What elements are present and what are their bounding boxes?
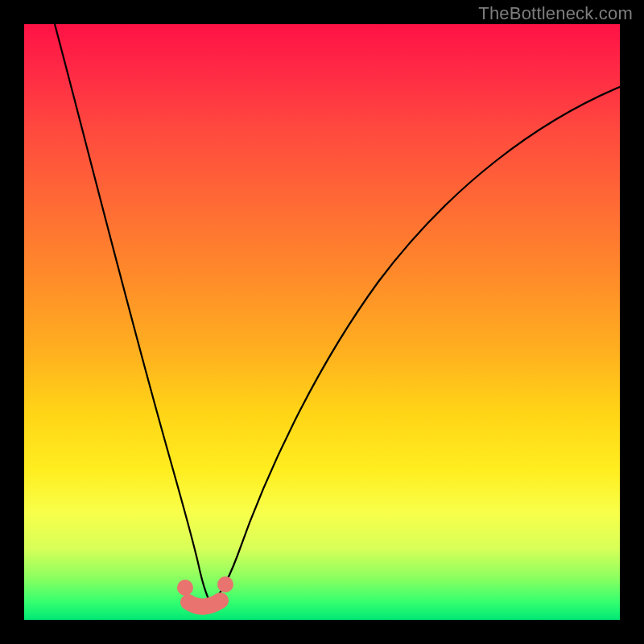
plot-area — [24, 24, 620, 620]
chart-frame: TheBottleneck.com — [0, 0, 644, 644]
watermark-text: TheBottleneck.com — [478, 3, 633, 24]
highlight-right-endcap — [217, 576, 233, 592]
highlight-optimal-range — [188, 601, 221, 607]
bottleneck-curve — [55, 24, 620, 602]
curve-layer — [24, 24, 620, 620]
highlight-left-endcap — [177, 580, 193, 596]
